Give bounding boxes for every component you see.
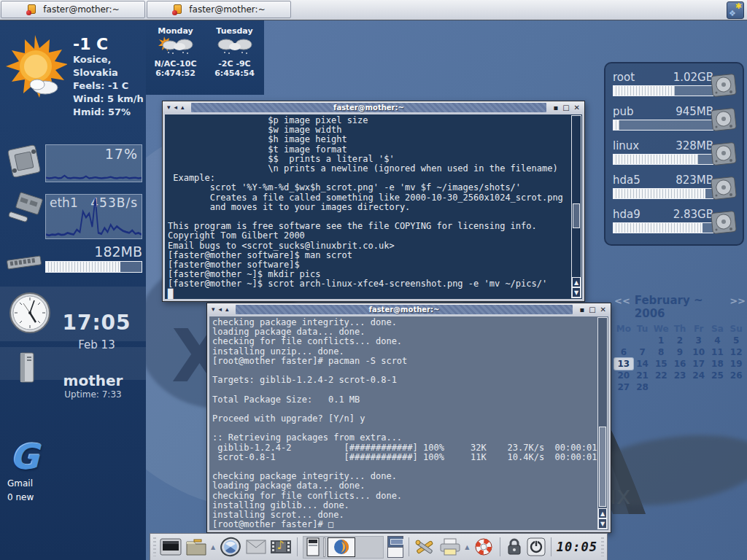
calendar-date[interactable]: 11 [708,346,727,358]
settings-icon[interactable] [414,537,436,557]
maximize-icon[interactable]: □ [589,304,595,315]
maximize-icon[interactable]: □ [562,102,569,113]
hard-drive-icon[interactable] [711,74,737,100]
calendar-date[interactable]: 3 [689,335,708,346]
calendar-prev-button[interactable]: << [614,294,630,320]
disk-usage-fill [614,120,619,130]
calendar-date[interactable]: 6 [614,346,633,358]
calendar-date[interactable]: 26 [727,370,746,381]
calendar-date[interactable]: 27 [614,381,633,393]
calendar-date[interactable]: 25 [708,370,727,381]
eject-icon[interactable]: ▴ [181,102,185,113]
stick-icon[interactable]: ◂ [219,304,222,315]
scroll-down-icon[interactable]: ▼ [572,287,581,298]
terminal-task-icon[interactable] [305,537,321,556]
shade-icon[interactable]: ▾ [212,304,215,315]
calendar-date[interactable]: 23 [670,370,689,381]
calendar-date[interactable]: 16 [670,358,689,370]
calendar-date[interactable]: 28 [633,381,652,393]
scroll-up-icon[interactable]: ▲ [598,508,607,518]
hard-drive-icon[interactable] [711,176,737,203]
launcher-popup-arrow-icon[interactable]: ▲ [211,544,215,551]
launcher-popup-arrow-icon[interactable]: ▲ [465,544,469,551]
calendar-next-button[interactable]: >> [729,294,746,320]
minimize-icon[interactable]: ▪ [579,304,584,315]
terminal1-body[interactable]: $p image pixel size $w image width $h im… [165,114,582,299]
workspace-2[interactable] [388,547,402,558]
calendar-date[interactable]: 4 [708,335,727,346]
calendar-date[interactable]: 19 [727,358,746,370]
panel-grip[interactable] [601,537,604,556]
desktop: X powered by archlinux -1 C Kosice, S [0,0,747,560]
calendar-date [727,381,746,393]
panel-separator [409,537,409,556]
lock-screen-icon[interactable] [506,537,523,556]
calendar-date[interactable]: 20 [614,370,633,381]
hard-drive-icon[interactable] [711,211,737,237]
panel-grip[interactable] [153,537,156,556]
calendar-date[interactable]: 5 [727,335,746,346]
minimize-icon[interactable]: ▪ [553,102,558,113]
calendar-date[interactable]: 7 [633,346,652,358]
firefox-task-button[interactable] [328,537,355,557]
workspace-1[interactable] [388,537,402,547]
calendar-date[interactable]: 9 [670,346,689,358]
terminal2-body[interactable]: checking package integrity... done. load… [209,316,608,530]
tasklist-divider [323,537,325,557]
hard-drive-icon[interactable] [711,142,737,168]
terminal1-titlebar[interactable]: ▾ ◂ ▴ faster@mother:~ ▪ □ ✕ [163,101,584,114]
calendar-date[interactable]: 12 [727,346,746,358]
quit-icon[interactable] [527,537,546,556]
panel-clock: 10:05 [557,540,597,554]
file-manager-icon[interactable] [185,537,207,556]
terminal2-scrollbar[interactable]: ▲ ▼ [597,317,608,529]
terminal-window-2[interactable]: ▾ ◂ ▴ faster@mother:~ ▪ □ ✕ checking pac… [206,303,611,533]
mail-icon[interactable] [246,540,266,554]
network-card-icon [6,190,44,229]
panel-separator [500,537,500,556]
calendar-date[interactable]: 18 [708,358,727,370]
taskbar-window-button-1[interactable]: faster@mother:~ [1,1,145,18]
calendar-date[interactable]: 15 [651,358,670,370]
calendar-date[interactable]: 2 [670,335,689,346]
scrollbar-thumb[interactable] [599,427,606,507]
workspace-pager[interactable] [387,536,403,558]
calendar-date[interactable]: 14 [633,358,652,370]
web-browser-icon[interactable] [219,536,242,558]
cpu-icon [6,143,42,179]
scroll-up-icon[interactable]: ▲ [572,277,581,287]
eject-icon[interactable]: ▴ [225,304,229,315]
scrollbar-thumb[interactable] [573,203,580,228]
terminal2-titlebar[interactable]: ▾ ◂ ▴ faster@mother:~ ▪ □ ✕ [207,303,611,316]
calendar-date[interactable]: 8 [651,346,670,358]
calendar-selected-date[interactable]: 13 [614,358,633,370]
close-icon[interactable]: ✕ [574,102,580,113]
calendar-date[interactable]: 1 [651,335,670,346]
calendar-date[interactable]: 17 [689,358,708,370]
terminal1-scrollbar[interactable]: ▲ ▼ [571,115,581,298]
stick-icon[interactable]: ◂ [174,102,178,113]
gmail-icon[interactable]: G [10,436,39,477]
workspace-applet-icon[interactable]: ✱ ❖ [727,1,744,19]
printer-icon[interactable] [439,537,461,556]
close-icon[interactable]: ✕ [600,304,606,315]
disk-size: 1.02GB [673,71,713,84]
disk-name: root [613,71,635,84]
net-graph [46,195,142,238]
weather-humidity: Hmid: 57% [73,106,146,119]
calendar-date[interactable]: 24 [689,370,708,381]
terminal-launcher-icon[interactable] [160,537,182,556]
calendar-date[interactable]: 21 [633,370,652,381]
scroll-down-icon[interactable]: ▼ [598,518,607,529]
taskbar-window-button-2[interactable]: faster@mother:~ [147,1,291,18]
disk-usage-bar [613,85,713,96]
calendar-date[interactable]: 10 [689,346,708,358]
help-icon[interactable] [473,536,495,558]
disk-usage-fill [614,223,703,233]
shade-icon[interactable]: ▾ [167,102,171,113]
media-player-icon[interactable]: ♪ [270,537,292,556]
terminal-window-1[interactable]: ▾ ◂ ▴ faster@mother:~ ▪ □ ✕ $p image pix… [162,101,585,302]
calendar-date[interactable]: 22 [651,370,670,381]
forecast-suntimes: 6:474:52 [150,69,202,78]
hard-drive-icon[interactable] [711,108,737,134]
